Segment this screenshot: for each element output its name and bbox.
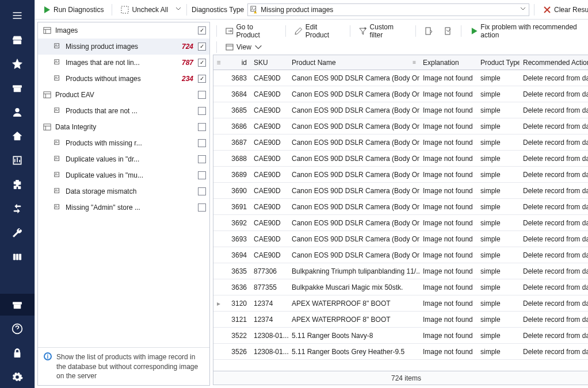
cell-product-type: simple xyxy=(477,106,520,114)
tree-checkbox[interactable] xyxy=(198,123,206,131)
run-diagnostics-button[interactable]: Run Diagnostics xyxy=(39,3,107,16)
nav-archive-button[interactable] xyxy=(0,77,35,99)
diagnostics-type-combo[interactable]: Missing product images xyxy=(247,3,529,16)
tree-group[interactable]: Product EAV xyxy=(38,87,209,103)
tree-checkbox[interactable] xyxy=(198,171,206,179)
tree-checkbox[interactable] xyxy=(198,75,206,83)
nav-user-button[interactable] xyxy=(0,101,35,123)
table-row[interactable]: 3635 877306 Bulkpakning Triumph tulipanb… xyxy=(213,263,588,279)
custom-filter-button[interactable]: Custom filter xyxy=(355,21,411,41)
nav-help-button[interactable] xyxy=(0,318,35,340)
svg-rect-1 xyxy=(121,6,128,13)
filter-icon[interactable]: ≡ xyxy=(413,59,416,66)
col-product-type[interactable]: Product Type xyxy=(477,59,520,67)
col-explanation[interactable]: Explanation xyxy=(419,59,477,67)
chevron-down-icon[interactable] xyxy=(520,5,526,14)
cell-product-type: simple xyxy=(477,155,520,163)
export-button-1[interactable] xyxy=(421,25,437,37)
table-row[interactable]: 3690 CAE90D Canon EOS 90D DSLR Camera (B… xyxy=(213,183,588,199)
tree-item[interactable]: Missing product images 724 xyxy=(38,39,209,55)
tree-item[interactable]: Products with missing r... xyxy=(38,135,209,151)
diagnostics-tree[interactable]: Images Missing product images 724 Images… xyxy=(38,22,209,347)
cell-product-type: simple xyxy=(477,187,520,195)
nav-wrench-button[interactable] xyxy=(0,222,35,244)
tree-item[interactable]: Products without images 234 xyxy=(38,71,209,87)
col-name[interactable]: Product Name≡ xyxy=(288,59,419,67)
tree-item[interactable]: Images that are not lin... 787 xyxy=(38,55,209,71)
nav-settings-button[interactable] xyxy=(0,366,35,388)
table-row[interactable]: 3121 12374 APEX WATERPROOF 8" BOOT Image… xyxy=(213,312,588,328)
nav-plugin-button[interactable] xyxy=(0,174,35,195)
table-row[interactable]: 3693 CAE90D Canon EOS 90D DSLR Camera (B… xyxy=(213,231,588,247)
cell-recommended: Delete record from da... xyxy=(520,283,588,291)
grid-body[interactable]: 3683 CAE90D Canon EOS 90D DSLR Camera (B… xyxy=(213,70,588,371)
table-row[interactable]: 3694 CAE90D Canon EOS 90D DSLR Camera (B… xyxy=(213,247,588,263)
cell-explanation: Image not found xyxy=(419,155,477,163)
tree-item[interactable]: Products that are not ... xyxy=(38,103,209,119)
tree-item[interactable]: Data storage mismatch xyxy=(38,183,209,199)
table-row[interactable]: 3685 CAE90D Canon EOS 90D DSLR Camera (B… xyxy=(213,102,588,118)
table-row[interactable]: 3522 12308-01... 5.11 Ranger Boots Navy-… xyxy=(213,328,588,344)
nav-diagnostics-button[interactable] xyxy=(0,294,35,316)
nav-chart-button[interactable] xyxy=(0,149,35,171)
tree-checkbox[interactable] xyxy=(198,155,206,163)
table-row[interactable]: 3691 CAE90D Canon EOS 90D DSLR Camera (B… xyxy=(213,199,588,215)
tree-checkbox[interactable] xyxy=(198,139,206,147)
tree-checkbox[interactable] xyxy=(198,59,206,67)
tree-checkbox[interactable] xyxy=(198,26,206,34)
tree-group[interactable]: Images xyxy=(38,22,209,39)
tree-checkbox[interactable] xyxy=(198,91,206,99)
table-row[interactable]: 3684 CAE90D Canon EOS 90D DSLR Camera (B… xyxy=(213,86,588,102)
group-icon xyxy=(43,122,52,132)
uncheck-all-button[interactable]: Uncheck All xyxy=(117,3,171,16)
uncheck-icon xyxy=(120,5,129,14)
export-button-2[interactable] xyxy=(440,25,456,37)
nav-home-button[interactable] xyxy=(0,125,35,147)
tree-checkbox[interactable] xyxy=(198,203,206,212)
table-row[interactable]: 3526 12308-01... 5.11 Ranger Boots Grey … xyxy=(213,344,588,360)
uncheck-label: Uncheck All xyxy=(132,6,168,14)
tree-item[interactable]: Duplicate values in "dr... xyxy=(38,151,209,167)
group-icon xyxy=(43,90,52,99)
fix-problem-button[interactable]: Fix problem with recommended action xyxy=(466,21,588,41)
tree-checkbox[interactable] xyxy=(198,107,206,115)
nav-star-button[interactable] xyxy=(0,53,35,75)
cell-product-type: simple xyxy=(477,251,520,259)
nav-menu-button[interactable] xyxy=(0,5,35,26)
table-row[interactable]: 3686 CAE90D Canon EOS 90D DSLR Camera (B… xyxy=(213,118,588,135)
cell-sku: CAE90D xyxy=(250,106,288,114)
svg-rect-5 xyxy=(55,44,59,48)
edit-product-button[interactable]: Edit Product xyxy=(291,21,345,41)
tree-item[interactable]: Duplicate values in "mu... xyxy=(38,167,209,183)
goto-product-button[interactable]: Go to Product xyxy=(222,21,281,41)
table-row[interactable]: 3683 CAE90D Canon EOS 90D DSLR Camera (B… xyxy=(213,70,588,86)
table-row[interactable]: 3636 877355 Bulkpakke Muscari Magic mix … xyxy=(213,279,588,295)
tree-group[interactable]: Data Integrity xyxy=(38,119,209,135)
nav-columns-button[interactable] xyxy=(0,246,35,268)
table-row[interactable]: 3687 CAE90D Canon EOS 90D DSLR Camera (B… xyxy=(213,135,588,151)
cell-recommended: Delete record from da... xyxy=(520,203,588,211)
view-button[interactable]: View xyxy=(222,41,266,53)
nav-store-button[interactable] xyxy=(0,29,35,51)
tree-checkbox[interactable] xyxy=(198,43,206,51)
col-sku[interactable]: SKU xyxy=(250,59,288,67)
table-row[interactable]: 3689 CAE90D Canon EOS 90D DSLR Camera (B… xyxy=(213,167,588,183)
grid-header[interactable]: ≡ id SKU Product Name≡ Explanation Produ… xyxy=(213,55,588,70)
uncheck-dropdown[interactable] xyxy=(175,5,182,14)
run-label: Run Diagnostics xyxy=(54,6,104,14)
cell-sku: 12374 xyxy=(250,316,288,324)
table-row[interactable]: ▸ 3120 12374 APEX WATERPROOF 8" BOOT Ima… xyxy=(213,295,588,312)
cell-explanation: Image not found xyxy=(419,122,477,130)
clear-results-button[interactable]: Clear Results xyxy=(539,3,588,16)
row-selector-header[interactable]: ≡ xyxy=(213,59,224,67)
cell-name: Canon EOS 90D DSLR Camera (Body Only) xyxy=(288,122,419,130)
table-row[interactable]: 3688 CAE90D Canon EOS 90D DSLR Camera (B… xyxy=(213,151,588,167)
col-recommended[interactable]: Recommended Action xyxy=(520,59,588,67)
col-id[interactable]: id xyxy=(224,59,250,67)
table-row[interactable]: 3692 CAE90D Canon EOS 90D DSLR Camera (B… xyxy=(213,215,588,231)
tree-checkbox[interactable] xyxy=(198,187,206,195)
tree-item-label: Data storage mismatch xyxy=(66,187,198,195)
nav-transfer-button[interactable] xyxy=(0,198,35,220)
nav-lock-button[interactable] xyxy=(0,342,35,364)
tree-item[interactable]: Missing "Admin" store ... xyxy=(38,199,209,216)
